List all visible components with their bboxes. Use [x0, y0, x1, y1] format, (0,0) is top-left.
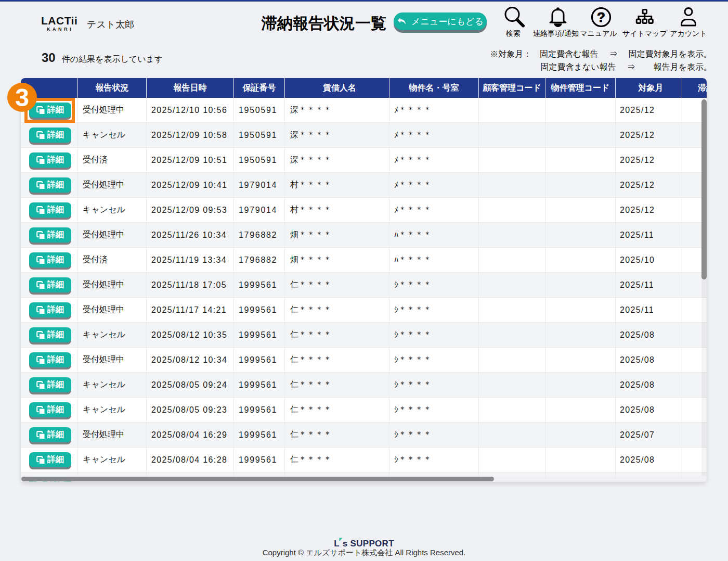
svg-text:?: ?	[597, 9, 605, 25]
